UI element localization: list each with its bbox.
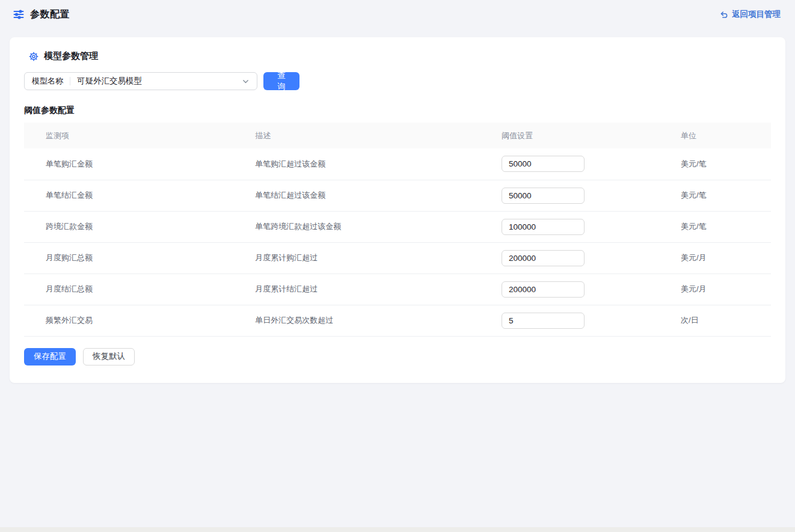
monitor-item-cell: 跨境汇款金额	[24, 211, 241, 242]
unit-cell: 美元/笔	[666, 148, 771, 180]
sliders-icon	[13, 8, 25, 20]
threshold-cell	[487, 305, 666, 336]
monitor-item-cell: 单笔结汇金额	[24, 180, 241, 211]
description-cell: 单笔结汇超过该金额	[241, 180, 487, 211]
table-row: 单笔购汇金额 单笔购汇超过该金额 美元/笔	[24, 148, 771, 180]
threshold-cell	[487, 274, 666, 305]
threshold-cell	[487, 180, 666, 211]
monitor-item-cell: 频繁外汇交易	[24, 305, 241, 336]
threshold-table: 监测项 描述 阈值设置 单位 单笔购汇金额 单笔购汇超过该金额 美元/笔 单笔结…	[24, 123, 771, 337]
table-row: 跨境汇款金额 单笔跨境汇款超过该金额 美元/笔	[24, 211, 771, 242]
threshold-input[interactable]	[502, 188, 585, 204]
description-cell: 单笔跨境汇款超过该金额	[241, 211, 487, 242]
table-header-row: 监测项 描述 阈值设置 单位	[24, 123, 771, 148]
page-title: 参数配置	[30, 8, 70, 21]
unit-cell: 美元/月	[666, 242, 771, 274]
table-row: 月度购汇总额 月度累计购汇超过 美元/月	[24, 242, 771, 274]
monitor-item-cell: 月度购汇总额	[24, 242, 241, 274]
threshold-section-title: 阈值参数配置	[24, 105, 771, 116]
threshold-input[interactable]	[502, 156, 585, 172]
table-row: 频繁外汇交易 单日外汇交易次数超过 次/日	[24, 305, 771, 336]
column-header-unit: 单位	[666, 123, 771, 148]
threshold-input[interactable]	[502, 219, 585, 235]
column-header-desc: 描述	[241, 123, 487, 148]
bottom-scrollbar-track[interactable]	[0, 527, 795, 532]
query-row: 模型名称 可疑外汇交易模型 查询	[24, 72, 771, 90]
panel-title-row: 模型参数管理	[29, 50, 771, 62]
chevron-down-icon	[242, 78, 250, 85]
back-link-label: 返回项目管理	[732, 9, 781, 20]
threshold-cell	[487, 242, 666, 274]
undo-arrow-icon	[719, 10, 728, 19]
unit-cell: 次/日	[666, 305, 771, 336]
back-to-project-link[interactable]: 返回项目管理	[719, 9, 781, 20]
top-header: 参数配置 返回项目管理	[0, 0, 795, 29]
threshold-cell	[487, 211, 666, 242]
column-header-threshold: 阈值设置	[487, 123, 666, 148]
actions-row: 保存配置 恢复默认	[24, 348, 771, 365]
description-cell: 单日外汇交易次数超过	[241, 305, 487, 336]
monitor-item-cell: 月度结汇总额	[24, 274, 241, 305]
gear-icon	[29, 52, 38, 61]
model-name-select[interactable]: 模型名称 可疑外汇交易模型	[24, 72, 257, 90]
table-row: 单笔结汇金额 单笔结汇超过该金额 美元/笔	[24, 180, 771, 211]
query-button[interactable]: 查询	[263, 72, 299, 90]
table-row: 月度结汇总额 月度累计结汇超过 美元/月	[24, 274, 771, 305]
unit-cell: 美元/月	[666, 274, 771, 305]
threshold-input[interactable]	[502, 281, 585, 298]
column-header-item: 监测项	[24, 123, 241, 148]
unit-cell: 美元/笔	[666, 180, 771, 211]
select-divider	[70, 77, 70, 85]
threshold-cell	[487, 148, 666, 180]
description-cell: 月度累计购汇超过	[241, 242, 487, 274]
table-body: 单笔购汇金额 单笔购汇超过该金额 美元/笔 单笔结汇金额 单笔结汇超过该金额 美…	[24, 148, 771, 336]
unit-cell: 美元/笔	[666, 211, 771, 242]
save-config-button[interactable]: 保存配置	[24, 348, 76, 365]
model-parameter-card: 模型参数管理 模型名称 可疑外汇交易模型 查询 阈值参数配置 监测项 描述 阈值…	[10, 37, 785, 383]
select-label: 模型名称	[32, 76, 63, 87]
select-value: 可疑外汇交易模型	[77, 76, 242, 87]
panel-title: 模型参数管理	[44, 50, 98, 62]
threshold-input[interactable]	[502, 313, 585, 329]
restore-default-button[interactable]: 恢复默认	[83, 348, 135, 365]
description-cell: 单笔购汇超过该金额	[241, 148, 487, 180]
monitor-item-cell: 单笔购汇金额	[24, 148, 241, 180]
threshold-input[interactable]	[502, 250, 585, 266]
description-cell: 月度累计结汇超过	[241, 274, 487, 305]
